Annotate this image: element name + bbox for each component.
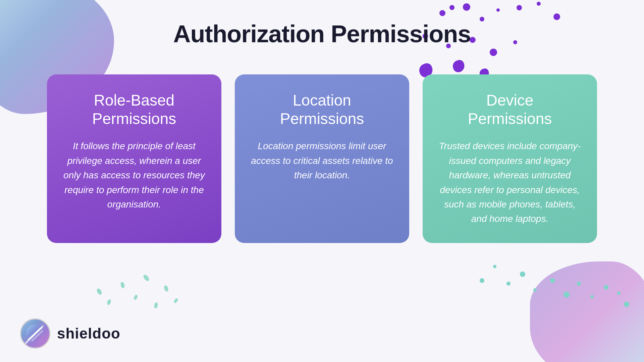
card-device: DevicePermissions Trusted devices includ… [423, 74, 597, 243]
logo-svg [25, 323, 45, 344]
logo-text: shieldoo [57, 325, 120, 342]
card-device-body: Trusted devices include company-issued c… [438, 139, 582, 226]
cards-container: Role-BasedPermissions It follows the pri… [0, 54, 644, 243]
card-role-based: Role-BasedPermissions It follows the pri… [47, 74, 221, 243]
card-role-based-body: It follows the principle of least privil… [62, 139, 206, 212]
card-device-title: DevicePermissions [468, 91, 552, 128]
card-location-body: Location permissions limit user access t… [250, 139, 394, 182]
card-location: LocationPermissions Location permissions… [235, 74, 409, 243]
logo-area: shieldoo [20, 318, 120, 349]
svg-point-0 [26, 324, 45, 343]
card-role-based-title: Role-BasedPermissions [92, 91, 176, 128]
logo-icon [20, 318, 50, 349]
card-location-title: LocationPermissions [280, 91, 364, 128]
page-title: Authorization Permissions [0, 0, 644, 48]
bg-blob-bottom-right [530, 261, 644, 362]
